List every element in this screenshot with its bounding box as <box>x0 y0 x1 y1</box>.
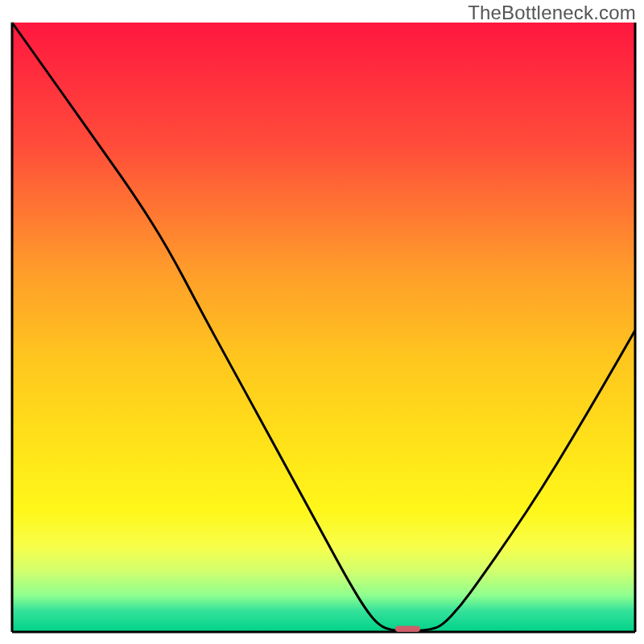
bottleneck-chart <box>0 0 644 644</box>
chart-wrapper: TheBottleneck.com <box>0 0 644 644</box>
watermark-text: TheBottleneck.com <box>468 2 636 24</box>
plot-background <box>12 23 635 632</box>
optimal-point-marker <box>395 625 420 632</box>
